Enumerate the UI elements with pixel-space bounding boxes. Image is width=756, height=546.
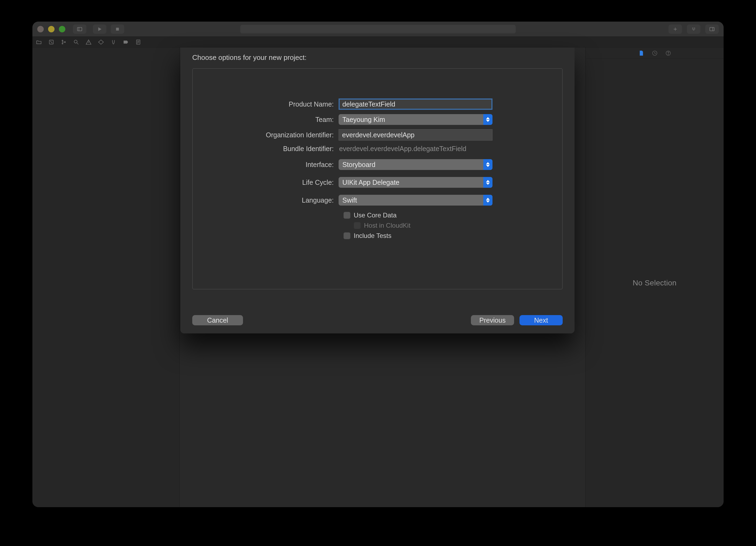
include-tests-label: Include Tests bbox=[354, 232, 391, 240]
inspector-tabs bbox=[586, 48, 724, 59]
navigator-panel bbox=[32, 48, 180, 507]
cancel-button[interactable]: Cancel bbox=[192, 315, 243, 325]
toggle-inspectors-button[interactable] bbox=[705, 25, 719, 34]
svg-line-14 bbox=[77, 43, 79, 44]
row-use-core-data: Use Core Data bbox=[193, 212, 562, 219]
use-core-data-label: Use Core Data bbox=[354, 212, 397, 219]
source-control-icon[interactable] bbox=[48, 38, 55, 46]
label-team: Team: bbox=[193, 116, 339, 124]
row-product-name: Product Name: bbox=[193, 99, 562, 110]
label-interface: Interface: bbox=[193, 161, 339, 169]
symbol-navigator-icon[interactable] bbox=[60, 38, 67, 46]
chevron-updown-icon bbox=[483, 114, 492, 125]
library-button[interactable] bbox=[669, 25, 682, 34]
chevron-updown-icon bbox=[483, 195, 492, 206]
debug-navigator-icon[interactable] bbox=[110, 38, 117, 46]
svg-marker-16 bbox=[99, 40, 103, 44]
navigator-selector-bar bbox=[32, 37, 724, 48]
row-bundle-id: Bundle Identifier: everdevel.everdevelAp… bbox=[193, 145, 562, 153]
titlebar bbox=[32, 22, 724, 37]
row-life-cycle: Life Cycle: UIKit App Delegate bbox=[193, 177, 562, 188]
svg-point-10 bbox=[62, 40, 63, 41]
label-life-cycle: Life Cycle: bbox=[193, 179, 339, 187]
stop-button[interactable] bbox=[111, 25, 124, 34]
svg-point-12 bbox=[65, 42, 66, 43]
chevron-updown-icon bbox=[483, 159, 492, 170]
run-button[interactable] bbox=[93, 25, 106, 34]
svg-point-11 bbox=[62, 43, 63, 44]
svg-rect-0 bbox=[77, 27, 82, 31]
row-org-id: Organization Identifier: bbox=[193, 129, 562, 141]
sheet-button-bar: Cancel Previous Next bbox=[192, 315, 563, 325]
interface-select[interactable]: Storyboard bbox=[339, 159, 492, 170]
life-cycle-select[interactable]: UIKit App Delegate bbox=[339, 177, 492, 188]
svg-point-13 bbox=[74, 40, 77, 43]
interface-select-value: Storyboard bbox=[342, 161, 375, 169]
find-navigator-icon[interactable] bbox=[72, 38, 80, 46]
minimize-window-icon[interactable] bbox=[48, 26, 55, 32]
code-review-button[interactable] bbox=[687, 25, 700, 34]
issue-navigator-icon[interactable] bbox=[85, 38, 92, 46]
bundle-id-value: everdevel.everdevelApp.delegateTextField bbox=[339, 145, 492, 153]
org-id-input[interactable] bbox=[339, 129, 492, 141]
inspector-empty-text: No Selection bbox=[586, 59, 724, 507]
inspector-panel: No Selection bbox=[585, 48, 724, 507]
language-select-value: Swift bbox=[342, 197, 357, 204]
row-interface: Interface: Storyboard bbox=[193, 159, 562, 170]
row-host-cloudkit: Host in CloudKit bbox=[193, 222, 562, 229]
chevron-updown-icon bbox=[483, 177, 492, 188]
svg-marker-2 bbox=[98, 27, 102, 31]
next-button[interactable]: Next bbox=[519, 315, 563, 325]
previous-button[interactable]: Previous bbox=[471, 315, 514, 325]
language-select[interactable]: Swift bbox=[339, 195, 492, 206]
report-navigator-icon[interactable] bbox=[134, 38, 142, 46]
label-product-name: Product Name: bbox=[193, 100, 339, 108]
team-select[interactable]: Taeyoung Kim bbox=[339, 114, 492, 125]
file-inspector-icon[interactable] bbox=[638, 50, 644, 56]
new-project-options-sheet: Choose options for your new project: Pro… bbox=[180, 48, 575, 333]
sheet-content-frame: Product Name: Team: Taeyoung Kim O bbox=[192, 68, 563, 289]
team-select-value: Taeyoung Kim bbox=[342, 116, 385, 124]
test-navigator-icon[interactable] bbox=[97, 38, 105, 46]
svg-point-23 bbox=[668, 54, 668, 54]
xcode-window: No Selection Choose options for your new… bbox=[32, 22, 724, 507]
svg-rect-3 bbox=[116, 28, 119, 31]
folder-icon[interactable] bbox=[35, 38, 43, 46]
breakpoint-navigator-icon[interactable] bbox=[122, 38, 130, 46]
row-language: Language: Swift bbox=[193, 195, 562, 206]
label-org-id: Organization Identifier: bbox=[193, 131, 339, 139]
help-inspector-icon[interactable] bbox=[665, 50, 671, 56]
row-include-tests: Include Tests bbox=[193, 232, 562, 240]
host-cloudkit-label: Host in CloudKit bbox=[364, 222, 410, 229]
use-core-data-checkbox[interactable] bbox=[343, 212, 350, 219]
close-window-icon[interactable] bbox=[37, 26, 44, 32]
sheet-title: Choose options for your new project: bbox=[180, 48, 575, 65]
zoom-window-icon[interactable] bbox=[59, 26, 65, 32]
row-team: Team: Taeyoung Kim bbox=[193, 114, 562, 125]
host-cloudkit-checkbox bbox=[354, 222, 361, 229]
product-name-input[interactable] bbox=[339, 99, 492, 110]
activity-status-bar bbox=[240, 25, 516, 33]
svg-rect-6 bbox=[710, 27, 714, 31]
toggle-navigator-button[interactable] bbox=[73, 25, 86, 34]
label-bundle-id: Bundle Identifier: bbox=[193, 145, 339, 153]
history-inspector-icon[interactable] bbox=[652, 50, 658, 56]
svg-line-9 bbox=[50, 41, 52, 43]
life-cycle-select-value: UIKit App Delegate bbox=[342, 179, 399, 187]
include-tests-checkbox[interactable] bbox=[343, 232, 350, 239]
window-traffic-lights bbox=[37, 26, 65, 32]
label-language: Language: bbox=[193, 197, 339, 204]
